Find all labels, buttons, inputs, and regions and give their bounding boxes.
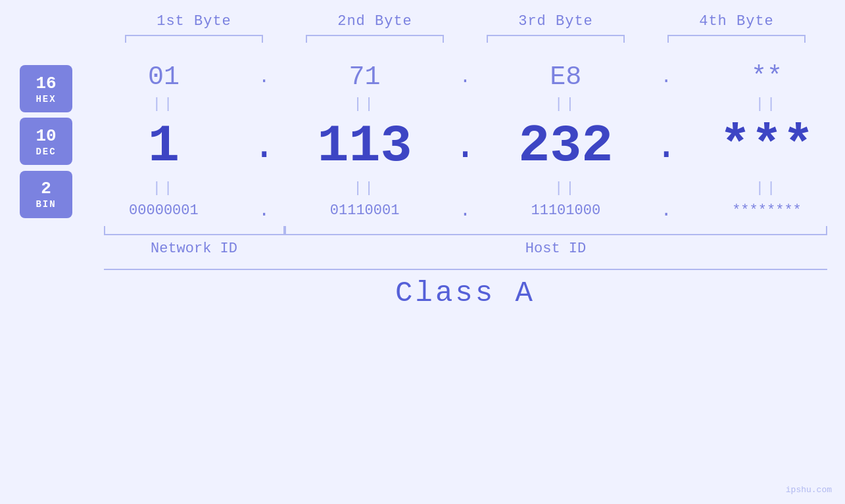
- hex-row: 01 . 71 . E8 . **: [85, 62, 845, 92]
- data-columns: 01 . 71 . E8 . ** || || || || 1 .: [85, 62, 845, 221]
- hex-dot2: .: [452, 67, 478, 87]
- dec-byte4: ***: [698, 116, 836, 176]
- hex-byte2: 71: [296, 62, 434, 92]
- main-container: 1st Byte 2nd Byte 3rd Byte 4th Byte 16 H…: [0, 0, 845, 504]
- bin-byte4: ********: [698, 202, 836, 219]
- dec-byte1: 1: [95, 116, 233, 176]
- equals-row-2: || || || ||: [85, 176, 845, 200]
- bin-byte1: 00000001: [95, 202, 233, 219]
- network-id-label: Network ID: [104, 241, 285, 257]
- watermark: ipshu.com: [786, 485, 832, 495]
- bin-badge: 2 BIN: [20, 171, 72, 218]
- host-bracket: [285, 226, 827, 235]
- eq2-b3: ||: [496, 180, 635, 196]
- byte3-header: 3rd Byte: [480, 13, 631, 30]
- dec-dot3: .: [653, 127, 679, 166]
- class-divider: [104, 269, 827, 270]
- eq2-b2: ||: [296, 180, 434, 196]
- dec-dot1: .: [251, 127, 278, 166]
- rows-wrapper: 16 HEX 10 DEC 2 BIN 01 . 71 . E8 . **: [0, 62, 845, 221]
- eq1-b2: ||: [296, 96, 434, 112]
- dec-dot2: .: [452, 127, 478, 166]
- bin-row: 00000001 . 01110001 . 11101000 . *******…: [85, 200, 845, 221]
- dec-byte2: 113: [296, 116, 434, 176]
- bracket-byte4: [667, 35, 806, 43]
- host-id-label: Host ID: [285, 241, 827, 257]
- bracket-byte1: [125, 35, 263, 43]
- dec-byte3: 232: [496, 116, 635, 176]
- bin-byte3: 11101000: [496, 202, 635, 219]
- hex-badge: 16 HEX: [20, 65, 72, 112]
- byte4-header: 4th Byte: [661, 13, 812, 30]
- class-section: Class A: [104, 269, 827, 309]
- hex-dot1: .: [251, 67, 278, 87]
- hex-dot3: .: [653, 67, 679, 87]
- bin-dot2: .: [452, 200, 478, 221]
- bottom-section: Network ID Host ID: [104, 226, 827, 257]
- bottom-labels: Network ID Host ID: [104, 241, 827, 257]
- bin-byte2: 01110001: [296, 202, 434, 219]
- eq1-b3: ||: [496, 96, 635, 112]
- network-bracket: [104, 226, 285, 235]
- equals-row-1: || || || ||: [85, 92, 845, 116]
- top-brackets: [104, 35, 827, 43]
- hex-byte3: E8: [496, 62, 635, 92]
- hex-byte4: **: [698, 62, 836, 92]
- byte-headers: 1st Byte 2nd Byte 3rd Byte 4th Byte: [104, 13, 827, 30]
- dec-badge: 10 DEC: [20, 118, 72, 165]
- hex-byte1: 01: [95, 62, 233, 92]
- dec-row: 1 . 113 . 232 . ***: [85, 116, 845, 176]
- bottom-brackets: [104, 226, 827, 235]
- byte1-header: 1st Byte: [118, 13, 270, 30]
- bracket-byte2: [306, 35, 444, 43]
- eq2-b4: ||: [698, 180, 836, 196]
- eq2-b1: ||: [95, 180, 233, 196]
- eq1-b1: ||: [95, 96, 233, 112]
- class-label: Class A: [104, 277, 827, 309]
- bin-dot3: .: [653, 200, 679, 221]
- labels-column: 16 HEX 10 DEC 2 BIN: [0, 62, 85, 221]
- bracket-byte3: [487, 35, 625, 43]
- eq1-b4: ||: [698, 96, 836, 112]
- bin-dot1: .: [251, 200, 278, 221]
- byte2-header: 2nd Byte: [299, 13, 450, 30]
